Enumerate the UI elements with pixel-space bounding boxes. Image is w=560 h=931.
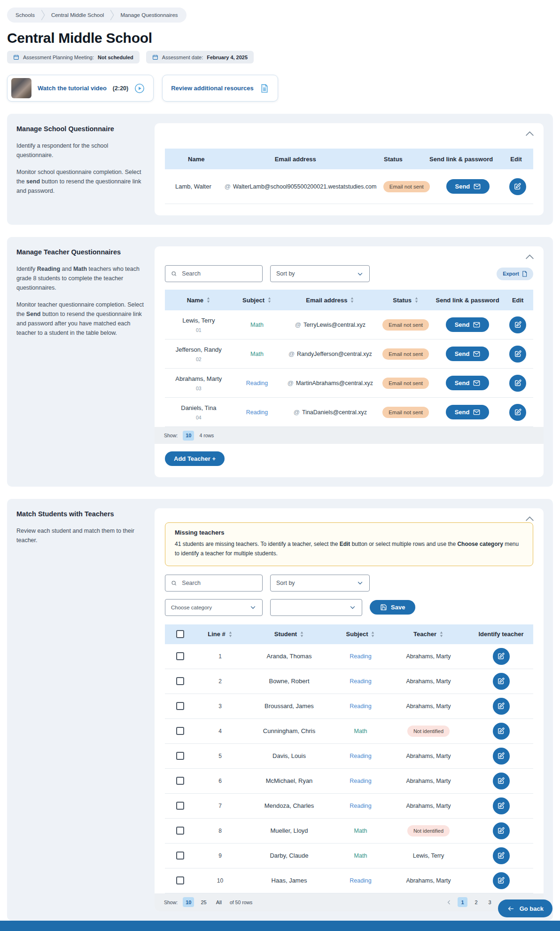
match-search-input[interactable] (181, 579, 257, 587)
export-button[interactable]: Export (497, 268, 533, 280)
match-search-box (165, 575, 263, 592)
identify-teacher-button[interactable] (493, 822, 510, 839)
page-size-option[interactable]: 25 (198, 897, 209, 907)
edit-pencil-icon (497, 876, 505, 884)
edit-pencil-icon (514, 350, 522, 358)
go-back-button[interactable]: Go back (498, 899, 552, 917)
breadcrumb-item-manage-questionnaires[interactable]: Manage Questionnaires (120, 12, 178, 18)
header-send: Send link & password (433, 294, 503, 307)
identify-teacher-button[interactable] (493, 748, 510, 765)
additional-resources-card[interactable]: Review additional resources (162, 75, 278, 102)
header-subject[interactable]: Subject (233, 294, 282, 307)
teacher-sort-select[interactable]: Sort by (270, 265, 370, 282)
edit-button[interactable] (509, 346, 526, 363)
edit-button[interactable] (509, 404, 526, 421)
edit-button[interactable] (509, 178, 526, 195)
email-value: TinaDaniels@central.xyz (302, 409, 367, 416)
teacher-section-description: Manage Teacher Questionnaires Identify R… (16, 246, 144, 477)
breadcrumb-item-schools[interactable]: Schools (16, 12, 35, 18)
student-name: Davis, Louis (245, 749, 333, 763)
edit-button[interactable] (509, 316, 526, 333)
table-row: Jefferson, Randy 02 Math @RandyJefferson… (165, 339, 533, 369)
page-size-option[interactable]: 10 (183, 431, 194, 441)
row-checkbox[interactable] (176, 727, 184, 735)
teacher-assignment: Abrahams, Marty (406, 877, 451, 884)
identify-teacher-button[interactable] (493, 698, 510, 715)
teacher-table-body: Lewis, Terry 01 Math @TerryLewis@central… (165, 310, 533, 427)
collapse-section-button[interactable] (524, 253, 535, 262)
identify-teacher-button[interactable] (493, 797, 510, 814)
envelope-icon (473, 322, 480, 328)
identify-teacher-button[interactable] (493, 648, 510, 665)
send-button[interactable]: Send (446, 179, 490, 194)
identify-teacher-button[interactable] (493, 872, 510, 889)
category-value-select[interactable] (270, 599, 362, 616)
match-table-card: Missing teachers 41 students are missing… (155, 508, 544, 911)
video-card-label: Watch the tutorial video (38, 85, 107, 92)
row-checkbox[interactable] (176, 876, 184, 884)
breadcrumb-item-school[interactable]: Central Middle School (51, 12, 104, 18)
document-icon (260, 84, 269, 93)
edit-pencil-icon (497, 827, 505, 835)
send-button[interactable]: Send (446, 317, 490, 332)
page-number[interactable]: 3 (485, 897, 495, 907)
sort-icon (439, 631, 443, 638)
section-match-students: Match Students with Teachers Review each… (7, 499, 553, 921)
identify-teacher-button[interactable] (493, 723, 510, 740)
tutorial-video-card[interactable]: Watch the tutorial video (2:20) (7, 75, 154, 102)
teacher-search-input[interactable] (181, 270, 257, 277)
identify-teacher-button[interactable] (493, 847, 510, 864)
at-icon: @ (288, 379, 294, 387)
row-checkbox[interactable] (176, 777, 184, 785)
row-checkbox[interactable] (176, 752, 184, 760)
previous-page-button[interactable] (445, 899, 453, 906)
badge-value: February 4, 2025 (207, 55, 248, 60)
line-number: 7 (218, 803, 222, 809)
select-all-checkbox[interactable] (176, 630, 184, 638)
header-line[interactable]: Line # (195, 628, 245, 640)
collapse-section-button[interactable] (524, 515, 535, 524)
page-number[interactable]: 2 (471, 897, 481, 907)
identify-teacher-button[interactable] (493, 773, 510, 789)
header-identify-teacher: Identify teacher (469, 628, 533, 640)
teacher-assignment: Abrahams, Marty (406, 653, 451, 660)
page-number[interactable]: 1 (458, 897, 467, 907)
page-size-option[interactable]: All (213, 897, 225, 907)
edit-pencil-icon (497, 652, 505, 660)
badge-label: Assessment date: (162, 55, 203, 60)
info-badge-row: Assessment Planning Meeting: Not schedul… (7, 51, 553, 63)
collapse-section-button[interactable] (524, 130, 535, 139)
row-checkbox[interactable] (176, 677, 184, 685)
save-button[interactable]: Save (370, 600, 415, 615)
identify-teacher-button[interactable] (493, 673, 510, 690)
page-title: Central Middle School (7, 30, 553, 46)
header-email[interactable]: Email address (281, 294, 379, 307)
header-name[interactable]: Name (165, 294, 233, 307)
row-checkbox[interactable] (176, 852, 184, 860)
row-checkbox[interactable] (176, 802, 184, 810)
row-checkbox[interactable] (176, 702, 184, 710)
table-row: Daniels, Tina 04 Reading @TinaDaniels@ce… (165, 398, 533, 427)
send-button[interactable]: Send (446, 376, 490, 390)
subject-label: Math (250, 322, 264, 328)
choose-category-select[interactable]: Choose category (165, 599, 263, 616)
header-subject[interactable]: Subject (333, 628, 388, 640)
page-size-option[interactable]: 10 (183, 897, 194, 907)
header-teacher[interactable]: Teacher (388, 628, 469, 640)
subject-label: Math (354, 728, 367, 734)
match-sort-select[interactable]: Sort by (270, 575, 370, 592)
edit-button[interactable] (509, 375, 526, 392)
edit-pencil-icon (514, 379, 522, 387)
chevron-right-icon (40, 9, 46, 21)
header-student[interactable]: Student (245, 628, 333, 640)
table-row: 2 Bowne, Robert Reading Abrahams, Marty (165, 669, 533, 694)
chevron-down-icon (357, 270, 364, 277)
add-teacher-button[interactable]: Add Teacher + (165, 451, 225, 466)
send-button[interactable]: Send (446, 347, 490, 361)
page-size-options: 1025All (183, 897, 225, 907)
send-button[interactable]: Send (446, 405, 490, 419)
subject-label: Math (250, 351, 264, 357)
row-checkbox[interactable] (176, 827, 184, 835)
header-status[interactable]: Status (379, 294, 432, 307)
row-checkbox[interactable] (176, 652, 184, 660)
